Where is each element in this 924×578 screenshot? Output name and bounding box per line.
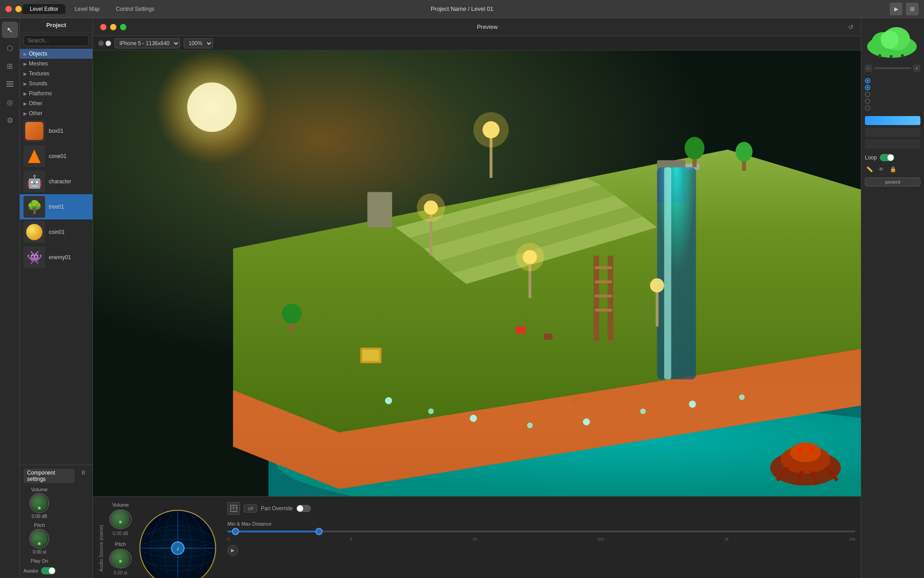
pan-icon-btn[interactable] (227, 502, 240, 515)
pan-override-thumb (297, 505, 303, 512)
chevron-icon: ▶ (23, 101, 27, 106)
radio-option-5[interactable] (865, 105, 920, 111)
cloud-svg (865, 22, 919, 58)
radio-option-1[interactable] (865, 78, 920, 84)
cursor-tool[interactable]: ↖ (2, 22, 18, 38)
eye-icon[interactable]: 👁 (877, 165, 886, 174)
component-button[interactable]: ponent (865, 177, 920, 186)
sidebar-item-objects[interactable]: ▶ Objects (20, 49, 92, 59)
radio-circle-5 (865, 105, 870, 111)
minimize-button[interactable] (15, 6, 22, 12)
list-item[interactable]: cone01 (20, 144, 92, 169)
volume-label: Volume (31, 487, 48, 492)
radio-option-3[interactable] (865, 92, 920, 97)
object-icon-cone (23, 145, 45, 167)
preview-maximize[interactable] (120, 24, 126, 30)
sidebar-item-sounds[interactable]: ▶ Sounds (20, 79, 92, 89)
volume-knob-bottom[interactable] (109, 509, 132, 529)
preview-header: Preview ↺ (93, 18, 861, 36)
dot-off[interactable] (98, 41, 104, 46)
play-audio-btn[interactable]: ▶ (227, 545, 238, 556)
svg-point-55 (640, 409, 646, 415)
radio-option-2[interactable] (865, 85, 920, 90)
globe-tool[interactable]: ◎ (2, 94, 18, 110)
svg-point-44 (282, 304, 302, 324)
audio-source-label: Audio Source (name) (98, 525, 104, 572)
svg-point-54 (583, 418, 590, 425)
right-panel: − + Loop (861, 18, 924, 578)
sidebar-item-textures[interactable]: ▶ Textures (20, 69, 92, 79)
device-indicator (98, 41, 111, 46)
sidebar-item-meshes[interactable]: ▶ Meshes (20, 59, 92, 69)
scene-svg (93, 51, 861, 496)
pitch-knob-container: Pitch 0.00 st (29, 522, 49, 555)
pan-off-btn[interactable]: off (244, 504, 257, 513)
awake-toggle[interactable] (41, 567, 55, 574)
play-button[interactable]: ▶ (890, 3, 902, 15)
svg-rect-25 (595, 280, 612, 283)
pan-override-toggle[interactable] (296, 505, 311, 512)
svg-rect-47 (572, 397, 579, 403)
radio-option-4[interactable] (865, 98, 920, 104)
tree-icon: 🌳 (27, 200, 42, 214)
volume-knob[interactable] (29, 493, 49, 513)
tab-level-editor[interactable]: Level Editor (23, 4, 65, 14)
sidebar-item-other2[interactable]: ▶ Other (20, 108, 92, 118)
list-item[interactable]: coin01 (20, 219, 92, 245)
list-item[interactable]: 👾 enemy01 (20, 245, 92, 270)
loop-toggle-thumb (887, 154, 894, 161)
svg-point-53 (527, 423, 533, 429)
distance-slider-track (227, 527, 855, 536)
chevron-icon: ▶ (23, 71, 27, 76)
device-select[interactable]: iPhone 5 - 1136x640 (115, 38, 180, 48)
list-item[interactable]: 🤖 character (20, 169, 92, 194)
sidebar-item-other1[interactable]: ▶ Other (20, 98, 92, 108)
tab-b[interactable]: B (78, 469, 89, 483)
preview-area: Preview ↺ iPhone 5 - 1136x640 100% (93, 18, 861, 496)
window-title: Project Name / Level 01 (431, 5, 494, 12)
preview-close[interactable] (100, 24, 106, 30)
svg-point-30 (417, 193, 445, 222)
refresh-icon[interactable]: ↺ (848, 23, 854, 31)
pitch-knob[interactable] (29, 529, 49, 549)
svg-rect-15 (657, 167, 696, 379)
zoom-slider[interactable] (874, 67, 911, 69)
lock-icon[interactable]: 🔒 (888, 165, 897, 174)
object-label: cone01 (49, 153, 66, 159)
edit-icon[interactable]: ✏️ (865, 165, 874, 174)
pitch-value: 0.00 st (32, 550, 46, 555)
svg-point-38 (650, 278, 664, 292)
tab-component-settings[interactable]: Component settings (23, 469, 74, 483)
tab-level-map[interactable]: Level Map (67, 4, 106, 14)
close-button[interactable] (5, 6, 12, 12)
layers-tool[interactable] (2, 76, 18, 92)
slider-handle-min[interactable] (232, 528, 239, 535)
mark-10: 10 (472, 537, 477, 541)
svg-point-57 (739, 394, 745, 400)
mark-100: 100 (597, 537, 604, 541)
zoom-minus-btn[interactable]: − (865, 65, 872, 72)
search-input[interactable] (23, 35, 89, 46)
pitch-knob-bottom[interactable] (109, 549, 132, 569)
settings-tool[interactable]: ⚙ (2, 112, 18, 128)
svg-rect-26 (595, 294, 612, 297)
shapes-tool[interactable]: ⬡ (2, 40, 18, 56)
grid-button[interactable]: ⊞ (906, 3, 919, 15)
zoom-select[interactable]: 100% (184, 38, 213, 48)
title-bar-actions: ▶ ⊞ (890, 3, 919, 15)
svg-rect-24 (595, 266, 612, 269)
volume-db: 0.00 dB (113, 531, 128, 536)
object-label: box01 (49, 128, 64, 134)
list-item[interactable]: 🌳 tree01 (20, 194, 92, 219)
sidebar-item-platforms[interactable]: ▶ Platforms (20, 89, 92, 98)
grid-tool[interactable]: ⊞ (2, 58, 18, 74)
object-icon-enemy: 👾 (23, 247, 45, 268)
preview-minimize[interactable] (110, 24, 116, 30)
loop-toggle[interactable] (880, 154, 894, 161)
object-label: enemy01 (49, 254, 71, 261)
slider-handle-max[interactable] (315, 528, 323, 535)
tab-control-settings[interactable]: Control Settings (109, 4, 162, 14)
list-item[interactable]: box01 (20, 118, 92, 144)
dot-on[interactable] (106, 41, 111, 46)
zoom-plus-btn[interactable]: + (913, 65, 920, 72)
